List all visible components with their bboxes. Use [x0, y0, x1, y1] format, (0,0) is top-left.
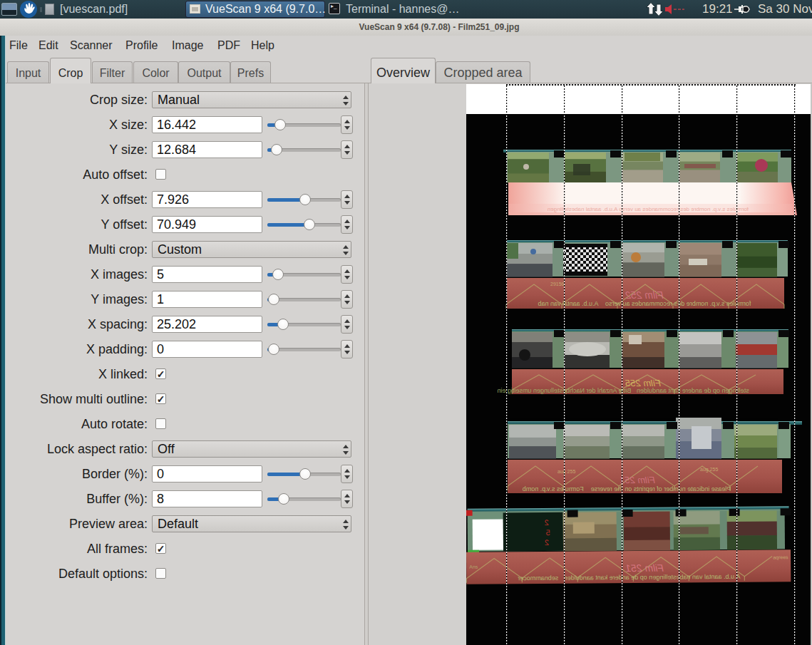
svg-text:aug 255: aug 255 — [700, 467, 718, 473]
svg-text:aqrees: aqrees — [773, 554, 788, 560]
svg-text:Film 252: Film 252 — [625, 289, 664, 301]
svg-text:Film 251: Film 251 — [620, 475, 655, 485]
svg-text:Please indicate number of repr: Please indicate number of reprints on th… — [523, 485, 731, 492]
svg-text:Ans: Ans — [469, 564, 478, 569]
svg-text:stellingen op de andere kant a: stellingen op de andere kant aandulden B… — [497, 387, 749, 394]
svg-text:Film 251: Film 251 — [625, 562, 664, 574]
svg-text:formules s.v.p. nombre des rec: formules s.v.p. nombre des recommandes a… — [548, 206, 749, 212]
svg-text:formules s.v.p. nombre des rec: formules s.v.p. nombre des recommandes a… — [538, 300, 751, 307]
svg-text:aug 255: aug 255 — [557, 469, 575, 475]
svg-text:29156: 29156 — [550, 282, 565, 287]
